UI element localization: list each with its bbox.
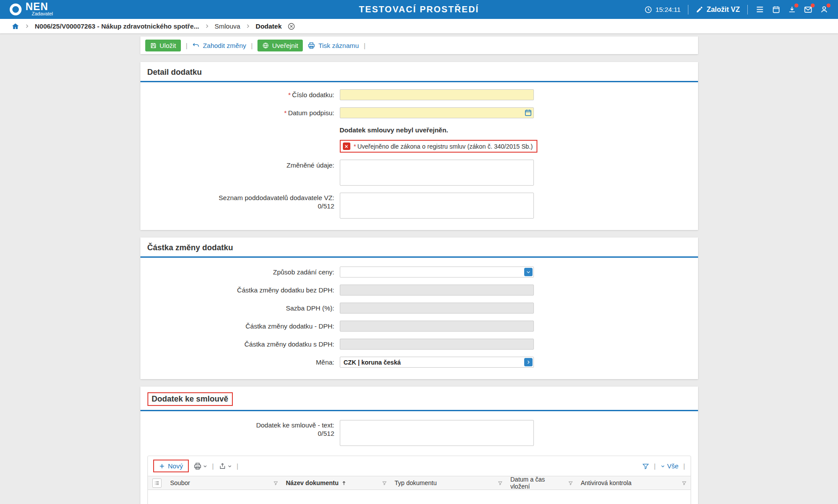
publish-globe-icon: [262, 42, 269, 49]
chevron-right-icon: [205, 24, 210, 29]
table-header-row: Soubor Název dokumentu: [148, 476, 691, 490]
toolbar-separator: |: [186, 42, 187, 49]
nen-logo[interactable]: NEN Zadavatel: [10, 3, 53, 16]
record-action-toolbar: Uložit | Zahodit změny | Uveřejnit Tisk …: [140, 37, 698, 54]
char-counter: 0/512: [140, 429, 334, 438]
breadcrumb-item-dodatek: Dodatek: [256, 22, 282, 30]
show-all-button[interactable]: Vše: [661, 462, 679, 470]
registry-publish-flag[interactable]: *Uveřejněno dle zákona o registru smluv …: [340, 140, 538, 153]
datum-podpisu-input[interactable]: [340, 107, 534, 118]
toolbar-separator: |: [237, 462, 239, 470]
funnel-icon: [642, 463, 649, 470]
publish-button[interactable]: Uveřejnit: [257, 40, 303, 51]
user-profile-button[interactable]: [820, 5, 828, 14]
new-document-button[interactable]: Nový: [153, 460, 189, 472]
open-detail-button[interactable]: [524, 358, 533, 366]
undo-icon: [192, 42, 200, 49]
cislo-dodatku-field: [340, 89, 534, 100]
column-filter-icon[interactable]: [382, 481, 387, 486]
chevron-down-icon: [526, 270, 531, 274]
topbar-divider: [688, 5, 688, 15]
nen-logo-icon: [10, 4, 22, 15]
save-button[interactable]: Uložit: [145, 40, 181, 51]
column-header-antivirova-kontrola[interactable]: Antivirová kontrola: [577, 476, 691, 489]
show-all-label: Vše: [667, 462, 679, 470]
zmenene-udaje-field: [340, 160, 534, 186]
home-button[interactable]: [11, 22, 19, 30]
mena-value[interactable]: CZK | koruna česká: [340, 357, 534, 368]
print-table-button[interactable]: [194, 462, 207, 470]
castka-s-dph-field: [340, 339, 534, 350]
chevron-right-icon: [246, 24, 250, 29]
sort-ascending-icon: [341, 480, 347, 486]
calendar-button[interactable]: [772, 5, 780, 14]
chevron-right-icon: [25, 24, 29, 29]
column-filter-icon[interactable]: [498, 481, 503, 486]
export-table-button[interactable]: [219, 462, 232, 470]
notification-badge: [794, 4, 798, 7]
column-header-typ-dokumentu[interactable]: Typ dokumentu: [391, 476, 507, 489]
session-timer: 15:24:11: [644, 6, 680, 14]
printer-icon: [308, 42, 315, 49]
toolbar-separator: |: [364, 42, 365, 49]
downloads-button[interactable]: [788, 5, 796, 14]
castka-dph-input: [340, 321, 534, 332]
castka-s-dph-label: Částka změny dodatku s DPH:: [140, 339, 334, 350]
column-filter-icon[interactable]: [273, 481, 278, 486]
print-record-button[interactable]: Tisk záznamu: [308, 42, 359, 49]
breadcrumb-item-zakazka[interactable]: N006/25/V00007263 - Nákup zdravotnického…: [35, 22, 199, 30]
seznam-poddodavatelu-textarea[interactable]: [340, 193, 534, 219]
section-dodatek-ke-smlouve: Dodatek ke smlouvě Dodatek ke smlouvě - …: [140, 387, 698, 504]
zpusob-zadani-ceny-select[interactable]: [340, 267, 534, 278]
notification-badge: [811, 4, 815, 7]
cislo-dodatku-input[interactable]: [340, 89, 534, 100]
plus-icon: [159, 463, 165, 469]
column-filter-icon[interactable]: [568, 481, 573, 486]
chevron-down-icon: [228, 464, 232, 468]
datepicker-button[interactable]: [524, 109, 532, 117]
discard-changes-button[interactable]: Zahodit změny: [192, 42, 246, 49]
messages-button[interactable]: [804, 5, 812, 14]
section-divider: [140, 81, 698, 82]
column-label: Antivirová kontrola: [581, 479, 632, 486]
logo-text: NEN: [26, 3, 53, 11]
topbar-actions: 15:24:11 Založit VZ: [644, 5, 828, 15]
section-title: Částka změny dodatku: [147, 243, 691, 252]
column-filter-icon[interactable]: [682, 481, 687, 486]
section-divider: [140, 256, 698, 258]
section-header: Částka změny dodatku: [140, 237, 698, 256]
char-counter: 0/512: [140, 202, 334, 210]
menu-button[interactable]: [755, 5, 764, 14]
column-header-nazev-dokumentu[interactable]: Název dokumentu: [282, 476, 391, 489]
section-header: Detail dodatku: [140, 62, 698, 81]
castka-bez-dph-label: Částka změny dodatku bez DPH:: [140, 285, 334, 296]
table-toolbar: Nový |: [148, 456, 691, 476]
mena-field: CZK | koruna česká: [340, 357, 534, 368]
not-published-note: Dodatek smlouvy nebyl uveřejněn.: [340, 126, 698, 134]
publish-button-label: Uveřejnit: [272, 42, 298, 49]
form-row: Dodatek ke smlouvě - text: 0/512: [140, 420, 698, 446]
zmenene-udaje-textarea[interactable]: [340, 160, 534, 186]
discard-changes-label: Zahodit změny: [203, 42, 246, 49]
castka-dph-label: Částka změny dodatku - DPH:: [140, 321, 334, 332]
column-header-datum-vlozeni[interactable]: Datum a čas vložení: [507, 476, 577, 489]
close-tab-button[interactable]: [287, 22, 295, 30]
zmenene-udaje-label: Změněné údaje:: [140, 160, 334, 171]
form-row: Měna: CZK | koruna česká: [140, 357, 698, 368]
cislo-dodatku-label: *Číslo dodatku:: [140, 89, 334, 100]
table-empty-state: Žádné záznamy. V tomto seznamu nemáme co…: [148, 490, 691, 504]
form-row: Částka změny dodatku - DPH:: [140, 321, 698, 332]
table-header-settings: [148, 476, 166, 489]
filter-button[interactable]: [642, 463, 649, 470]
column-settings-button[interactable]: [152, 478, 162, 488]
column-header-soubor[interactable]: Soubor: [166, 476, 282, 489]
create-vz-button[interactable]: Založit VZ: [696, 6, 740, 14]
chevron-right-icon: [526, 360, 531, 365]
castka-bez-dph-input: [340, 285, 534, 296]
breadcrumb-item-smlouva[interactable]: Smlouva: [215, 22, 240, 30]
column-label: Název dokumentu: [286, 479, 339, 486]
required-mark: *: [288, 91, 291, 99]
dodatek-text-textarea[interactable]: [340, 420, 534, 446]
cross-checkbox-icon[interactable]: [343, 142, 350, 150]
dropdown-button[interactable]: [524, 268, 533, 276]
